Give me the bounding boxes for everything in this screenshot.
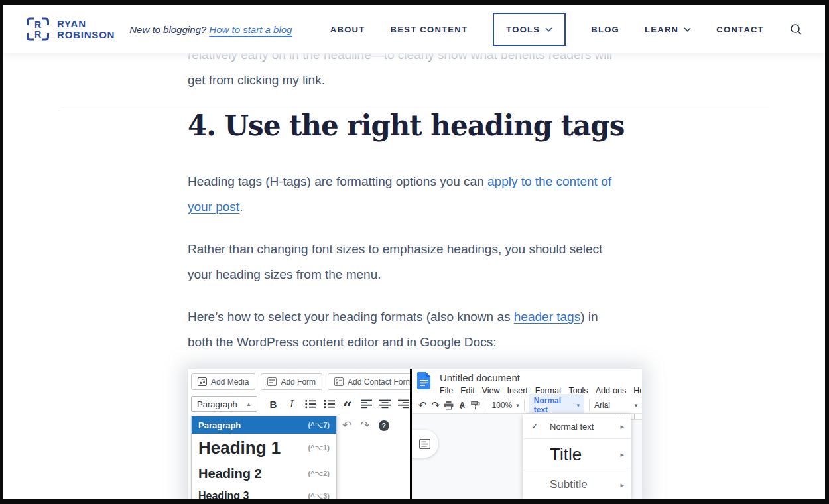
numbered-list-icon xyxy=(320,396,338,412)
logo-line1: RYAN xyxy=(57,18,115,29)
nav-item-about[interactable]: ABOUT xyxy=(330,25,365,34)
style-item-normal-text: ✓ Normal text ▸ xyxy=(523,414,631,438)
page: R R RYAN ROBINSON New to blogging? How t… xyxy=(3,5,825,499)
undo-icon: ↶ xyxy=(342,418,351,432)
dropdown-item-heading3: Heading 3 (^⌥3) xyxy=(192,485,336,499)
dropdown-item-paragraph: Paragraph (^⌥7) xyxy=(192,416,336,434)
button-label: Add Contact Form xyxy=(348,377,410,387)
dropdown-item-heading2: Heading 2 (^⌥2) xyxy=(192,462,336,485)
browser-frame: R R RYAN ROBINSON New to blogging? How t… xyxy=(0,0,829,504)
doc-title: Untitled document xyxy=(440,372,520,383)
text: ) in xyxy=(580,310,598,324)
chevron-down-icon: ▾ xyxy=(577,402,580,409)
toolbar-separator xyxy=(524,399,525,411)
align-center-icon xyxy=(375,396,394,412)
zoom-value: 100% xyxy=(492,401,513,410)
docs-toolbar: ↶ ↷ A✓ 100% ▾ Norma xyxy=(416,397,642,413)
paragraph-line: your heading sizes from the menu. xyxy=(188,262,665,287)
paragraph-line: Here’s how to select your heading format… xyxy=(188,304,665,330)
wp-format-dropdown: Paragraph (^⌥7) Heading 1 (^⌥1) Heading … xyxy=(191,416,337,499)
paragraph-line: both the WordPress content editor and in… xyxy=(188,330,665,355)
header-tags-link[interactable]: header tags xyxy=(514,310,580,324)
text: . xyxy=(239,200,243,214)
toolbar-separator xyxy=(487,399,487,411)
apply-content-link-continued[interactable]: your post xyxy=(188,200,239,214)
site-header: R R RYAN ROBINSON New to blogging? How t… xyxy=(3,5,825,53)
spellcheck-icon: A✓ xyxy=(456,401,469,410)
help-icon: ? xyxy=(379,420,389,431)
dropdown-item-heading1: Heading 1 (^⌥1) xyxy=(192,434,336,462)
button-label: Add Form xyxy=(281,377,316,387)
menu-file: File xyxy=(440,386,453,395)
menu-edit: Edit xyxy=(460,386,475,395)
wp-paragraph-select: Paragraph ▲ xyxy=(191,396,257,412)
nav-item-tools[interactable]: TOOLS xyxy=(493,13,566,46)
submenu-arrow-icon: ▸ xyxy=(620,481,624,489)
media-icon xyxy=(198,377,207,386)
nav-item-blog[interactable]: BLOG xyxy=(591,25,619,34)
check-icon: ✓ xyxy=(531,422,538,431)
docs-style-dropdown: ✓ Normal text ▸ Title ▸ Subtitle ▸ xyxy=(523,414,631,499)
section-heading: 4. Use the right heading tags xyxy=(188,106,785,146)
item-label: Paragraph xyxy=(198,420,241,430)
paint-format-icon xyxy=(469,401,482,410)
nav-label: LEARN xyxy=(645,25,678,34)
paragraph-2: Rather than changing font sizes to empha… xyxy=(188,237,665,287)
google-docs-panel: Untitled document File Edit View Insert … xyxy=(412,369,642,499)
font-select: Arial ▾ xyxy=(594,401,637,410)
italic-icon: I xyxy=(283,396,301,412)
wp-secondary-toolbar: ↶ ↷ ? xyxy=(342,418,389,432)
bold-icon: B xyxy=(264,396,283,412)
google-docs-icon xyxy=(417,372,430,389)
nav-label: CONTACT xyxy=(716,25,764,34)
style-value: Normal text xyxy=(534,396,573,414)
align-right-icon xyxy=(394,396,410,412)
chevron-down-icon xyxy=(684,27,691,32)
add-form-button: Add Form xyxy=(261,373,322,390)
svg-text:R: R xyxy=(34,19,41,30)
undo-icon: ↶ xyxy=(416,399,429,411)
redo-icon: ↷ xyxy=(360,418,369,432)
paragraph-line: Rather than changing font sizes to empha… xyxy=(188,237,665,262)
nav-item-best-content[interactable]: BEST CONTENT xyxy=(391,25,468,34)
paragraph-3: Here’s how to select your heading format… xyxy=(188,304,665,355)
style-item-title: Title ▸ xyxy=(523,439,631,470)
tagline-prefix: New to blogging? xyxy=(129,24,209,35)
search-button[interactable] xyxy=(789,23,802,36)
nav-item-learn[interactable]: LEARN xyxy=(645,25,691,34)
menu-help: Help xyxy=(633,386,642,395)
style-item-subtitle: Subtitle ▸ xyxy=(523,470,631,499)
menu-view: View xyxy=(482,386,500,395)
logo-icon: R R xyxy=(25,17,50,42)
submenu-arrow-icon: ▸ xyxy=(620,422,624,431)
apply-content-link[interactable]: apply to the content of xyxy=(487,174,611,188)
add-contact-form-button: Add Contact Form xyxy=(328,373,410,390)
zoom-select: 100% ▾ xyxy=(492,401,519,410)
nav-item-contact[interactable]: CONTACT xyxy=(716,25,764,34)
item-shortcut: (^⌥2) xyxy=(308,470,330,478)
nav-label: BLOG xyxy=(591,25,619,34)
item-label: Heading 1 xyxy=(198,438,281,458)
site-logo[interactable]: R R RYAN ROBINSON xyxy=(25,17,115,42)
item-label: Subtitle xyxy=(550,478,588,491)
logo-wordmark: RYAN ROBINSON xyxy=(57,18,115,41)
wordpress-editor-panel: Add Media Add Form xyxy=(188,369,410,499)
contact-form-icon xyxy=(334,377,344,386)
redo-icon: ↷ xyxy=(429,399,442,411)
text: Here’s how to select your heading format… xyxy=(188,310,514,324)
nav-label: ABOUT xyxy=(330,25,365,34)
wp-format-toolbar: Paragraph ▲ B I “ xyxy=(191,396,410,412)
font-value: Arial xyxy=(594,401,610,410)
item-shortcut: (^⌥1) xyxy=(308,444,330,452)
align-left-icon xyxy=(357,396,375,412)
wp-media-buttons: Add Media Add Form xyxy=(191,373,410,390)
start-a-blog-link[interactable]: How to start a blog xyxy=(209,24,292,35)
nav-label: BEST CONTENT xyxy=(391,25,468,34)
logo-line2: ROBINSON xyxy=(57,29,115,40)
text: Heading tags (H-tags) are formatting opt… xyxy=(188,174,487,188)
svg-text:R: R xyxy=(34,29,41,40)
item-label: Heading 3 xyxy=(198,490,249,499)
chevron-down-icon xyxy=(545,27,552,32)
submenu-arrow-icon: ▸ xyxy=(620,450,624,459)
add-media-button: Add Media xyxy=(191,373,255,390)
